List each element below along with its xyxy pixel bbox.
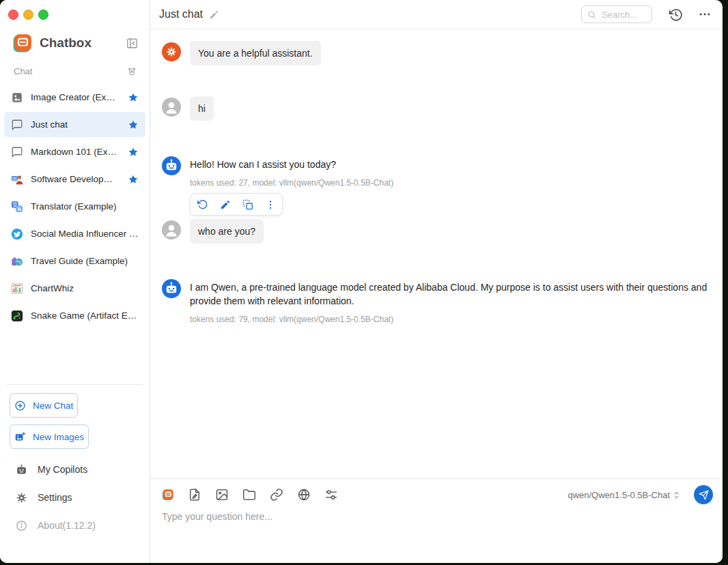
star-icon[interactable] (128, 174, 139, 185)
sidebar-item-snake-game[interactable]: Snake Game (Artifact E… (4, 303, 145, 328)
folder-icon[interactable] (242, 488, 256, 502)
more-icon[interactable] (697, 6, 713, 23)
message-text: I am Qwen, a pre-trained language model … (190, 280, 712, 308)
system-gear-avatar-icon (162, 42, 181, 61)
sidebar-item-travel-guide[interactable]: Travel Guide (Example) (4, 248, 145, 274)
sidebar-item-social-media-influencer[interactable]: Social Media Influencer … (4, 221, 145, 246)
gear-icon (15, 491, 28, 504)
page-title: Just chat (159, 8, 203, 20)
sidebar-item-software-developer[interactable]: Software Develop… (4, 166, 145, 192)
chat-header: Just chat (150, 0, 723, 29)
sidebar: Chatbox Chat (0, 0, 150, 563)
attach-image-icon[interactable] (215, 488, 229, 502)
attach-file-icon[interactable] (188, 488, 201, 502)
star-icon[interactable] (128, 119, 139, 130)
send-icon (699, 490, 709, 500)
settings-item[interactable]: Settings (0, 489, 150, 506)
snake-game-avatar-icon (11, 310, 23, 322)
message-bubble: who are you? (190, 219, 264, 244)
chatbox-logo-icon (12, 33, 33, 53)
minimize-window-button[interactable] (23, 10, 33, 20)
user-avatar-icon (162, 220, 181, 240)
sidebar-item-image-creator[interactable]: Image Creator (Ex… (4, 85, 145, 110)
new-images-button[interactable]: New Images (10, 424, 89, 449)
assistant-robot-avatar-icon (162, 156, 181, 175)
user-avatar-icon (162, 98, 181, 117)
assistant-robot-avatar-icon (162, 279, 181, 298)
close-window-button[interactable] (8, 10, 18, 20)
app-window: Chatbox Chat (0, 0, 723, 563)
send-button[interactable] (694, 485, 713, 504)
window-controls (8, 10, 48, 20)
web-browsing-icon[interactable] (297, 488, 311, 502)
search-input[interactable] (600, 9, 651, 20)
image-plus-icon (14, 431, 26, 443)
message-meta: tokens used: 27, model: vllm(qwen/Qwen1.… (190, 178, 393, 188)
svg-text:A: A (17, 205, 21, 212)
message-bubble: hi (190, 96, 214, 121)
robot-icon (15, 463, 28, 476)
message-input[interactable] (162, 511, 713, 555)
message-system: You are a helpful assistant. (162, 41, 712, 66)
search-box[interactable] (581, 5, 652, 23)
message-toolbar (190, 193, 283, 216)
message-assistant: I am Qwen, a pre-trained language model … (162, 278, 712, 324)
link-icon[interactable] (270, 488, 283, 502)
zoom-window-button[interactable] (38, 10, 48, 20)
message-user: who are you? (162, 219, 712, 244)
chat-bubble-icon (11, 146, 23, 158)
chat-panel: Just chat (150, 0, 723, 563)
model-selector[interactable]: qwen/Qwen1.5-0.5B-Chat (568, 490, 682, 500)
message-text: Hello! How can I assist you today? (190, 158, 393, 171)
star-icon[interactable] (128, 147, 139, 158)
message-list: You are a helpful assistant. hi (150, 29, 723, 478)
message-options-icon[interactable] (324, 488, 338, 502)
chat-bubble-icon (11, 119, 23, 131)
search-icon (587, 10, 596, 19)
sidebar-item-translator[interactable]: A Translator (Example) (4, 194, 145, 219)
history-icon[interactable] (667, 6, 684, 23)
edit-title-icon[interactable] (209, 10, 219, 20)
new-chat-button[interactable]: New Chat (10, 393, 78, 418)
clear-conversations-icon[interactable] (125, 64, 139, 78)
sidebar-item-just-chat[interactable]: Just chat (4, 112, 145, 137)
plus-circle-icon (14, 400, 26, 411)
unfold-chevrons-icon (671, 490, 682, 500)
conversation-list: Image Creator (Ex… Just chat (0, 85, 150, 330)
about-item[interactable]: About(1.12.2) (0, 517, 150, 534)
sidebar-item-markdown-101[interactable]: Markdown 101 (Ex… (4, 139, 145, 164)
chat-section-label: Chat (14, 66, 125, 76)
star-icon[interactable] (128, 92, 139, 103)
chart-avatar-icon (11, 282, 23, 295)
message-bubble: You are a helpful assistant. (190, 41, 321, 66)
image-icon (11, 91, 23, 104)
chatbox-logo-icon[interactable] (162, 489, 174, 501)
composer: qwen/Qwen1.5-0.5B-Chat (150, 478, 723, 563)
composer-toolbar (162, 488, 338, 502)
collapse-sidebar-icon[interactable] (124, 35, 140, 51)
info-icon (15, 519, 28, 532)
regenerate-icon[interactable] (197, 199, 208, 210)
message-assistant: Hello! How can I assist you today? token… (162, 155, 712, 216)
sidebar-item-chartwhiz[interactable]: ChartWhiz (4, 276, 145, 301)
travel-avatar-icon (11, 255, 23, 267)
developer-avatar-icon (11, 173, 23, 186)
edit-icon[interactable] (220, 199, 231, 210)
translator-avatar-icon: A (11, 201, 23, 213)
message-user: hi (162, 96, 712, 121)
more-options-icon[interactable] (265, 199, 276, 210)
my-copilots-item[interactable]: My Copilots (0, 461, 150, 478)
twitter-avatar-icon (11, 228, 23, 240)
message-meta: tokens used: 79, model: vllm(qwen/Qwen1.… (190, 315, 712, 324)
divider (7, 384, 143, 385)
app-title: Chatbox (40, 35, 124, 50)
copy-icon[interactable] (242, 199, 253, 210)
